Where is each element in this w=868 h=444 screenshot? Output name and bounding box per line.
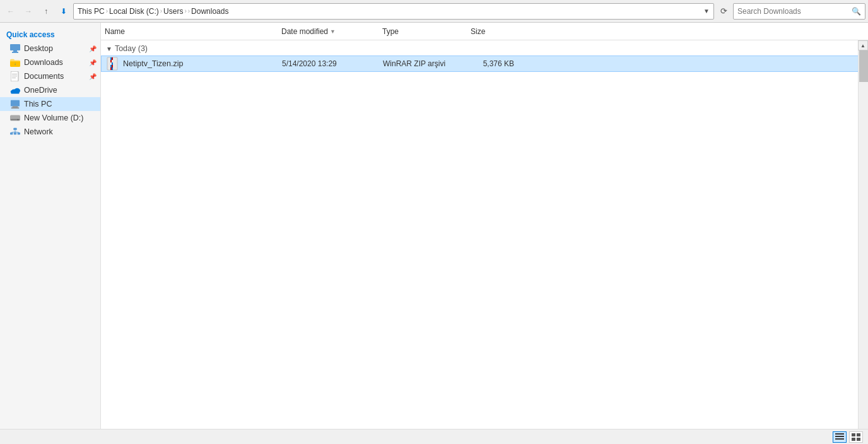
col-header-date[interactable]: Date modified ▼ (278, 23, 378, 40)
sidebar-item-desktop-label: Desktop (24, 44, 53, 53)
breadcrumb-sep-1: › (106, 8, 108, 15)
svg-rect-36 (112, 67, 113, 70)
svg-rect-33 (112, 60, 113, 62)
svg-rect-31 (110, 67, 112, 70)
sidebar: Quick access Desktop 📌 ↓ (0, 23, 101, 429)
svg-rect-43 (857, 438, 860, 441)
large-icons-view-icon (852, 433, 860, 441)
documents-icon (10, 71, 20, 81)
breadcrumb-sep-4: › (188, 8, 190, 15)
sidebar-item-thispc[interactable]: This PC (0, 97, 100, 111)
svg-rect-13 (13, 107, 18, 108)
file-name-cell: Netiptv_Tizen.zip (102, 57, 278, 71)
svg-rect-38 (835, 436, 844, 437)
svg-rect-40 (852, 433, 855, 436)
sidebar-item-desktop[interactable]: Desktop 📌 (0, 42, 100, 56)
scrollbar-thumb[interactable] (859, 50, 868, 82)
view-details-button[interactable] (833, 431, 847, 443)
column-headers: Name Date modified ▼ Type Size (101, 23, 868, 40)
svg-rect-41 (857, 433, 860, 436)
sidebar-item-documents-label: Documents (24, 72, 64, 81)
recent-locations-button[interactable]: ⬇ (56, 3, 72, 20)
content-area: Name Date modified ▼ Type Size ▼ Today (… (101, 23, 868, 429)
refresh-button[interactable]: ⟳ (715, 3, 732, 20)
view-large-button[interactable] (849, 431, 863, 443)
svg-rect-37 (835, 433, 844, 435)
sidebar-item-downloads[interactable]: ↓ Downloads 📌 (0, 56, 100, 69)
breadcrumb-dropdown[interactable]: ▼ (703, 8, 710, 15)
file-date-cell: 5/14/2020 13:29 (278, 59, 379, 68)
svg-rect-42 (852, 438, 855, 441)
svg-point-11 (11, 90, 15, 93)
sidebar-item-thispc-label: This PC (24, 100, 52, 108)
status-bar (0, 429, 868, 444)
svg-rect-34 (112, 62, 113, 65)
svg-rect-28 (110, 60, 112, 62)
breadcrumb-thispc[interactable]: This PC (78, 7, 105, 16)
search-box[interactable]: 🔍 (733, 3, 865, 20)
group-label: Today (3) (115, 44, 148, 53)
zip-file-icon (107, 57, 119, 71)
thispc-icon (10, 99, 20, 109)
sidebar-item-documents[interactable]: Documents 📌 (0, 69, 100, 83)
svg-rect-19 (10, 132, 13, 135)
svg-text:↓: ↓ (14, 61, 16, 66)
scrollbar-up-button[interactable]: ▲ (858, 40, 868, 50)
main-area: Quick access Desktop 📌 ↓ (0, 23, 868, 429)
chevron-icon: ▼ (106, 45, 112, 52)
svg-rect-29 (110, 62, 112, 65)
breadcrumb: This PC › Local Disk (C:) › Users › › Do… (73, 3, 714, 20)
svg-rect-27 (110, 57, 112, 60)
svg-line-23 (11, 132, 15, 132)
file-name: Netiptv_Tizen.zip (123, 59, 183, 68)
file-list: ▼ Today (3) (101, 40, 868, 429)
svg-rect-1 (13, 50, 17, 52)
group-header-today[interactable]: ▼ Today (3) (101, 40, 868, 56)
svg-rect-14 (11, 107, 19, 108)
svg-rect-30 (110, 65, 112, 67)
quick-access-label[interactable]: Quick access (0, 25, 100, 42)
desktop-icon (10, 44, 20, 54)
col-header-name[interactable]: Name (101, 23, 278, 40)
sort-icon: ▼ (330, 28, 336, 35)
search-icon: 🔍 (852, 7, 861, 16)
search-input[interactable] (737, 7, 852, 16)
forward-button[interactable]: → (20, 3, 37, 20)
col-header-type[interactable]: Type (378, 23, 467, 40)
back-button[interactable]: ← (3, 3, 19, 20)
address-bar: ← → ↑ ⬇ This PC › Local Disk (C:) › User… (0, 0, 868, 23)
table-row[interactable]: Netiptv_Tizen.zip 5/14/2020 13:29 WinRAR… (101, 56, 868, 72)
svg-point-17 (18, 119, 19, 120)
svg-rect-18 (13, 128, 16, 131)
sidebar-item-newvolume-label: New Volume (D:) (24, 114, 83, 122)
breadcrumb-sep-3: › (184, 8, 186, 15)
details-view-icon (835, 433, 844, 441)
onedrive-icon (10, 85, 20, 95)
svg-rect-7 (12, 78, 16, 78)
pin-icon-downloads: 📌 (89, 59, 97, 66)
sidebar-item-newvolume[interactable]: New Volume (D:) (0, 111, 100, 125)
network-icon (10, 127, 20, 137)
breadcrumb-sep-2: › (160, 8, 162, 15)
svg-rect-21 (18, 132, 20, 135)
downloads-folder-icon: ↓ (10, 57, 20, 67)
svg-line-24 (15, 132, 19, 132)
breadcrumb-localdisk[interactable]: Local Disk (C:) (109, 7, 159, 16)
svg-rect-39 (835, 438, 844, 440)
file-size-cell: 5,376 KB (467, 59, 518, 68)
sidebar-item-onedrive[interactable]: OneDrive (0, 83, 100, 97)
pin-icon-documents: 📌 (89, 73, 97, 80)
breadcrumb-users[interactable]: Users (163, 7, 183, 16)
svg-rect-2 (12, 52, 18, 53)
newvolume-icon (10, 113, 20, 123)
scrollbar-track: ▲ ▼ (858, 40, 868, 429)
up-button[interactable]: ↑ (38, 3, 54, 20)
col-header-size[interactable]: Size (467, 23, 517, 40)
sidebar-item-network[interactable]: Network (0, 125, 100, 139)
svg-rect-20 (14, 132, 16, 135)
svg-rect-32 (112, 57, 113, 60)
sidebar-item-network-label: Network (24, 127, 53, 136)
pin-icon-desktop: 📌 (89, 45, 97, 52)
svg-rect-0 (10, 44, 20, 50)
file-type-cell: WinRAR ZIP arşivi (379, 59, 467, 68)
